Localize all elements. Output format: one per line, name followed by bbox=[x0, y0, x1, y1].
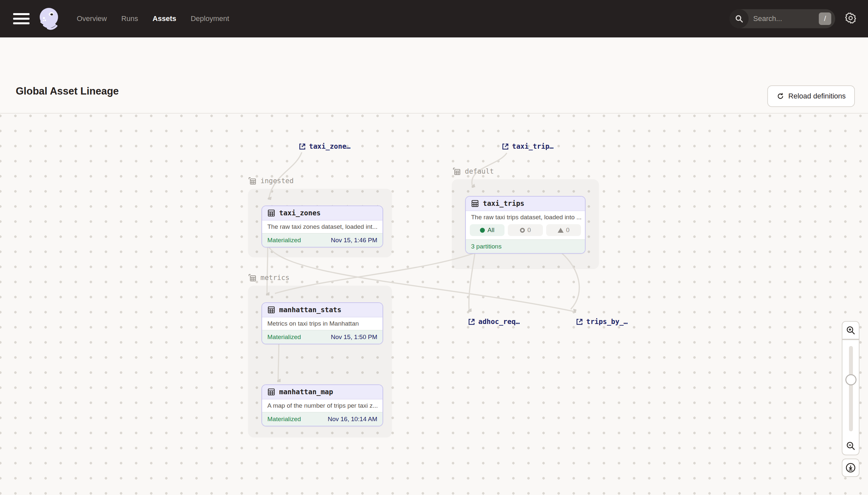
table-icon bbox=[471, 200, 479, 207]
asset-name: manhattan_stats bbox=[279, 306, 341, 314]
asset-description: Metrics on taxi trips in Manhattan bbox=[262, 318, 383, 330]
triangle-icon bbox=[558, 228, 564, 233]
external-asset-trips-by[interactable]: trips_by_… bbox=[576, 318, 627, 326]
nav-item-assets[interactable]: Assets bbox=[153, 14, 176, 23]
group-table-icon bbox=[453, 167, 461, 176]
reload-icon bbox=[777, 92, 784, 100]
ring-icon bbox=[520, 228, 525, 233]
asset-timestamp[interactable]: Nov 15, 1:50 PM bbox=[331, 334, 377, 341]
asset-description: The raw taxi trips dataset, loaded into … bbox=[466, 211, 585, 224]
partitions-all-pill[interactable]: All bbox=[470, 224, 504, 236]
asset-timestamp[interactable]: Nov 16, 10:14 AM bbox=[328, 415, 377, 423]
asset-name: manhattan_map bbox=[279, 388, 333, 396]
asset-description: A map of the number of trips per taxi z.… bbox=[262, 399, 383, 412]
external-link-icon bbox=[576, 318, 583, 326]
search-placeholder: Search... bbox=[753, 14, 819, 23]
lineage-edges bbox=[0, 114, 868, 495]
zoom-slider-track[interactable] bbox=[849, 346, 853, 431]
group-table-icon bbox=[248, 176, 256, 185]
zoom-in-button[interactable] bbox=[842, 321, 860, 339]
group-label-metrics[interactable]: metrics bbox=[248, 273, 290, 282]
nav-item-overview[interactable]: Overview bbox=[77, 14, 107, 23]
zoom-slider[interactable] bbox=[842, 339, 860, 437]
group-table-icon bbox=[248, 273, 256, 282]
asset-node-taxi-trips[interactable]: taxi_trips The raw taxi trips dataset, l… bbox=[465, 196, 586, 254]
partitions-failed-pill[interactable]: 0 bbox=[546, 224, 581, 236]
zoom-slider-handle[interactable] bbox=[845, 374, 856, 386]
asset-node-manhattan-map[interactable]: manhattan_map A map of the number of tri… bbox=[262, 385, 383, 426]
external-link-icon bbox=[501, 143, 509, 150]
asset-node-manhattan-stats[interactable]: manhattan_stats Metrics on taxi trips in… bbox=[262, 302, 383, 344]
nav-items: Overview Runs Assets Deployment bbox=[77, 14, 229, 23]
external-link-icon bbox=[468, 318, 475, 326]
zoom-out-button[interactable] bbox=[842, 437, 860, 455]
external-asset-taxi-zone[interactable]: taxi_zone… bbox=[299, 142, 350, 150]
download-icon bbox=[845, 462, 856, 473]
filled-dot-icon bbox=[480, 228, 485, 233]
partition-health-pills: All 0 0 bbox=[466, 224, 585, 239]
table-icon bbox=[267, 209, 275, 217]
external-link-icon bbox=[299, 143, 306, 150]
asset-description: The raw taxi zones dataset, loaded int..… bbox=[262, 221, 383, 233]
external-asset-adhoc-req[interactable]: adhoc_req… bbox=[468, 318, 520, 326]
global-search[interactable]: Search... / bbox=[730, 9, 835, 28]
dagster-logo[interactable] bbox=[37, 6, 62, 31]
download-image-button[interactable] bbox=[842, 459, 860, 477]
asset-name: taxi_trips bbox=[483, 200, 524, 207]
asset-timestamp[interactable]: Nov 15, 1:46 PM bbox=[331, 237, 377, 244]
partitions-missing-pill[interactable]: 0 bbox=[508, 224, 543, 236]
nav-item-runs[interactable]: Runs bbox=[121, 14, 138, 23]
table-icon bbox=[267, 388, 275, 396]
menu-icon[interactable] bbox=[13, 13, 30, 24]
asset-node-taxi-zones[interactable]: taxi_zones The raw taxi zones dataset, l… bbox=[262, 205, 383, 248]
asset-status: Materialized bbox=[267, 415, 301, 423]
lineage-canvas[interactable]: ingested default metrics taxi_zone… taxi… bbox=[0, 114, 868, 495]
nav-item-deployment[interactable]: Deployment bbox=[191, 14, 229, 23]
zoom-out-icon bbox=[846, 441, 855, 451]
table-icon bbox=[267, 306, 275, 314]
page-header: Global Asset Lineage Reload definitions … bbox=[0, 37, 868, 114]
settings-gear-icon[interactable] bbox=[844, 12, 857, 25]
zoom-controls bbox=[842, 321, 860, 477]
group-label-ingested[interactable]: ingested bbox=[248, 176, 294, 185]
external-asset-taxi-trip[interactable]: taxi_trip… bbox=[501, 142, 553, 150]
asset-status: Materialized bbox=[267, 334, 301, 341]
search-icon bbox=[730, 9, 749, 28]
asset-name: taxi_zones bbox=[279, 209, 320, 217]
asset-status: Materialized bbox=[267, 237, 301, 244]
top-nav: Overview Runs Assets Deployment Search..… bbox=[0, 0, 868, 37]
reload-definitions-button[interactable]: Reload definitions bbox=[767, 85, 855, 107]
group-label-default[interactable]: default bbox=[453, 167, 494, 176]
search-shortcut-key: / bbox=[819, 13, 831, 25]
page-title: Global Asset Lineage bbox=[16, 85, 119, 97]
zoom-in-icon bbox=[846, 325, 855, 335]
asset-partitions-count[interactable]: 3 partitions bbox=[471, 243, 501, 250]
